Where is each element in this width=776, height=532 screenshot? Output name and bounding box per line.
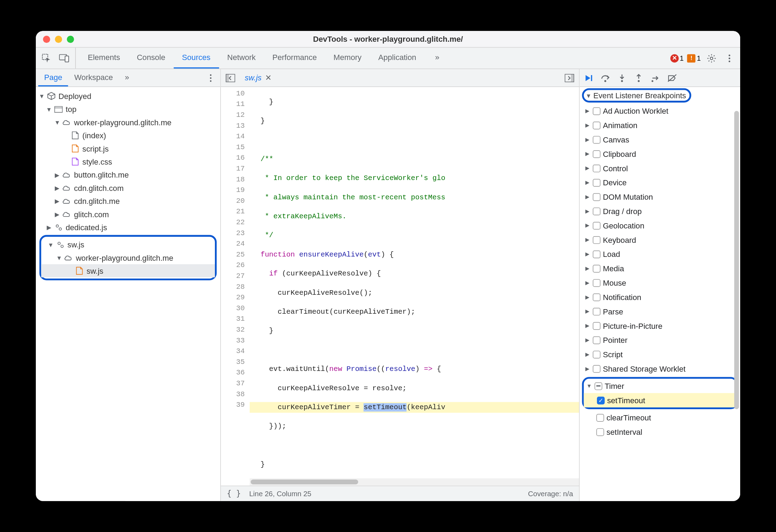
- vertical-scrollbar[interactable]: [733, 91, 739, 497]
- tree-file-script[interactable]: script.js: [36, 142, 220, 155]
- category-clipboard[interactable]: ▶Clipboard: [580, 147, 740, 161]
- step-icon[interactable]: [650, 72, 661, 83]
- navigator-tab-page[interactable]: Page: [38, 69, 68, 86]
- step-out-icon[interactable]: [633, 72, 644, 83]
- category-dom-mutation[interactable]: ▶DOM Mutation: [580, 189, 740, 204]
- checkbox[interactable]: [593, 136, 600, 144]
- checkbox-mixed[interactable]: [594, 382, 602, 390]
- timer-settimeout[interactable]: ✓setTimeout: [584, 393, 736, 407]
- checkbox[interactable]: [593, 236, 600, 244]
- checkbox[interactable]: [593, 121, 600, 129]
- category-shared-storage[interactable]: ▶Shared Storage Worklet: [580, 361, 740, 376]
- checkbox[interactable]: [593, 107, 600, 115]
- checkbox[interactable]: [593, 207, 600, 215]
- category-parse[interactable]: ▶Parse: [580, 304, 740, 319]
- category-animation[interactable]: ▶Animation: [580, 118, 740, 132]
- checkbox[interactable]: [593, 336, 600, 344]
- tree-sw-origin[interactable]: ▼worker-playground.glitch.me: [41, 251, 215, 264]
- close-icon[interactable]: [43, 35, 50, 42]
- checkbox[interactable]: [593, 179, 600, 186]
- checkbox[interactable]: [593, 164, 600, 172]
- file-tree[interactable]: ▼ Deployed ▼ top ▼ worker-playground.gli…: [36, 87, 220, 501]
- timer-setinterval[interactable]: setInterval: [580, 425, 740, 439]
- tab-memory[interactable]: Memory: [325, 48, 370, 69]
- device-toggle-icon[interactable]: [57, 51, 72, 65]
- error-count[interactable]: ✕ 1: [670, 54, 684, 62]
- checkbox[interactable]: [593, 351, 600, 358]
- settings-icon[interactable]: [704, 51, 719, 65]
- tabs-overflow-icon[interactable]: »: [425, 48, 448, 69]
- category-script[interactable]: ▶Script: [580, 347, 740, 361]
- checkbox-checked[interactable]: ✓: [597, 396, 605, 404]
- tree-sw-root[interactable]: ▼sw.js: [41, 238, 215, 251]
- category-media[interactable]: ▶Media: [580, 261, 740, 275]
- tab-console[interactable]: Console: [129, 48, 174, 69]
- checkbox[interactable]: [593, 293, 600, 301]
- category-timer[interactable]: ▼Timer: [584, 379, 736, 393]
- minimize-icon[interactable]: [55, 35, 62, 42]
- category-control[interactable]: ▶Control: [580, 161, 740, 175]
- resume-icon[interactable]: [583, 72, 594, 83]
- toggle-navigator-icon[interactable]: [223, 71, 238, 85]
- category-pip[interactable]: ▶Picture-in-Picture: [580, 319, 740, 333]
- category-drag-drop[interactable]: ▶Drag / drop: [580, 204, 740, 218]
- navigator-tab-workspace[interactable]: Workspace: [68, 69, 119, 86]
- timer-cleartimeout[interactable]: clearTimeout: [580, 410, 740, 425]
- checkbox[interactable]: [593, 250, 600, 258]
- tree-root[interactable]: ▼ Deployed: [36, 89, 220, 102]
- checkbox[interactable]: [593, 322, 600, 330]
- tab-performance[interactable]: Performance: [264, 48, 325, 69]
- checkbox[interactable]: [593, 221, 600, 229]
- navigator-more-icon[interactable]: [204, 71, 218, 85]
- checkbox[interactable]: [593, 279, 600, 287]
- more-icon[interactable]: [722, 51, 737, 65]
- file-tab-sw[interactable]: sw.js ✕: [240, 73, 276, 82]
- checkbox[interactable]: [593, 193, 600, 201]
- tree-origin-cdn-com[interactable]: ▶cdn.glitch.com: [36, 181, 220, 194]
- checkbox[interactable]: [593, 307, 600, 315]
- navigator-tabs-overflow-icon[interactable]: »: [119, 69, 135, 86]
- deactivate-breakpoints-icon[interactable]: [667, 72, 678, 83]
- breakpoint-categories[interactable]: ▶Ad Auction Worklet ▶Animation ▶Canvas ▶…: [580, 102, 740, 501]
- maximize-icon[interactable]: [67, 35, 74, 42]
- category-geolocation[interactable]: ▶Geolocation: [580, 218, 740, 233]
- horizontal-scrollbar[interactable]: [250, 478, 579, 485]
- category-load[interactable]: ▶Load: [580, 247, 740, 261]
- tree-origin[interactable]: ▼ worker-playground.glitch.me: [36, 116, 220, 129]
- checkbox[interactable]: [593, 265, 600, 272]
- tree-file-style[interactable]: style.css: [36, 155, 220, 168]
- category-keyboard[interactable]: ▶Keyboard: [580, 233, 740, 247]
- close-tab-icon[interactable]: ✕: [265, 73, 272, 82]
- tree-origin-cdn-me[interactable]: ▶cdn.glitch.me: [36, 194, 220, 207]
- code-editor[interactable]: 1011121314151617181920212223242526272829…: [221, 87, 579, 486]
- category-pointer[interactable]: ▶Pointer: [580, 333, 740, 347]
- checkbox[interactable]: [596, 428, 604, 436]
- svg-point-3: [710, 57, 713, 59]
- step-over-icon[interactable]: [600, 72, 611, 83]
- tree-top[interactable]: ▼ top: [36, 102, 220, 115]
- tree-file-index[interactable]: (index): [36, 129, 220, 142]
- step-into-icon[interactable]: [617, 72, 627, 83]
- category-notification[interactable]: ▶Notification: [580, 290, 740, 304]
- pretty-print-icon[interactable]: { }: [227, 489, 241, 498]
- tree-origin-glitch[interactable]: ▶glitch.com: [36, 207, 220, 220]
- tab-network[interactable]: Network: [219, 48, 264, 69]
- checkbox[interactable]: [596, 414, 604, 421]
- category-canvas[interactable]: ▶Canvas: [580, 132, 740, 147]
- code-content[interactable]: } } /** * In order to keep the ServiceWo…: [250, 87, 579, 486]
- category-mouse[interactable]: ▶Mouse: [580, 275, 740, 290]
- checkbox[interactable]: [593, 365, 600, 372]
- tree-dedicated-worker[interactable]: ▶dedicated.js: [36, 221, 220, 234]
- toggle-debugger-icon[interactable]: [562, 71, 577, 85]
- checkbox[interactable]: [593, 150, 600, 158]
- inspect-icon[interactable]: [39, 51, 54, 65]
- event-listener-breakpoints-header[interactable]: ▼ Event Listener Breakpoints: [580, 87, 740, 102]
- warning-count[interactable]: ! 1: [687, 54, 701, 62]
- category-device[interactable]: ▶Device: [580, 175, 740, 190]
- category-ad-auction[interactable]: ▶Ad Auction Worklet: [580, 104, 740, 118]
- tab-application[interactable]: Application: [370, 48, 425, 69]
- tree-sw-file[interactable]: sw.js: [41, 264, 215, 277]
- tab-sources[interactable]: Sources: [174, 48, 219, 69]
- tree-origin-button[interactable]: ▶button.glitch.me: [36, 168, 220, 181]
- tab-elements[interactable]: Elements: [79, 48, 129, 69]
